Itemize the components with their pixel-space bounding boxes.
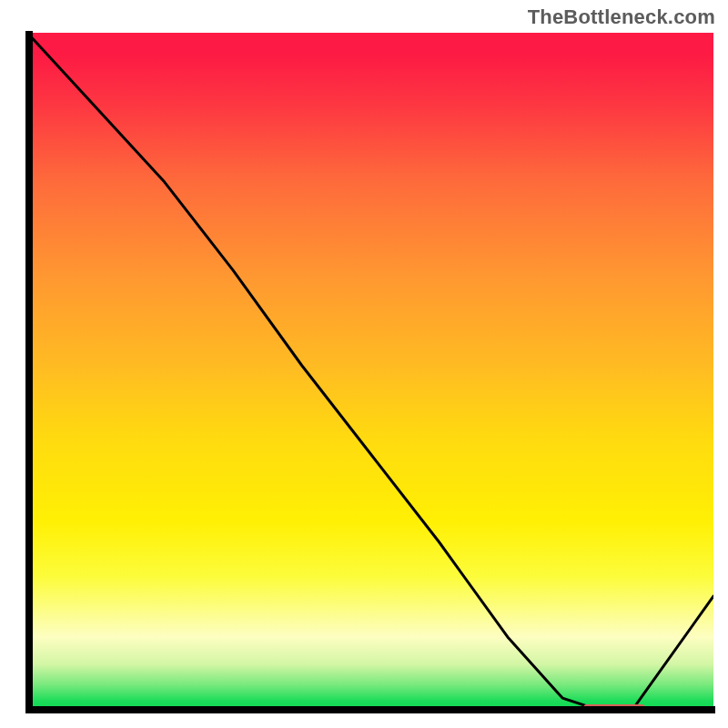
x-axis xyxy=(25,706,715,713)
curve-line xyxy=(27,33,713,712)
watermark-text: TheBottleneck.com xyxy=(528,5,715,29)
y-axis xyxy=(25,31,33,713)
chart-container: TheBottleneck.com xyxy=(0,0,728,728)
plot-area xyxy=(27,33,713,712)
